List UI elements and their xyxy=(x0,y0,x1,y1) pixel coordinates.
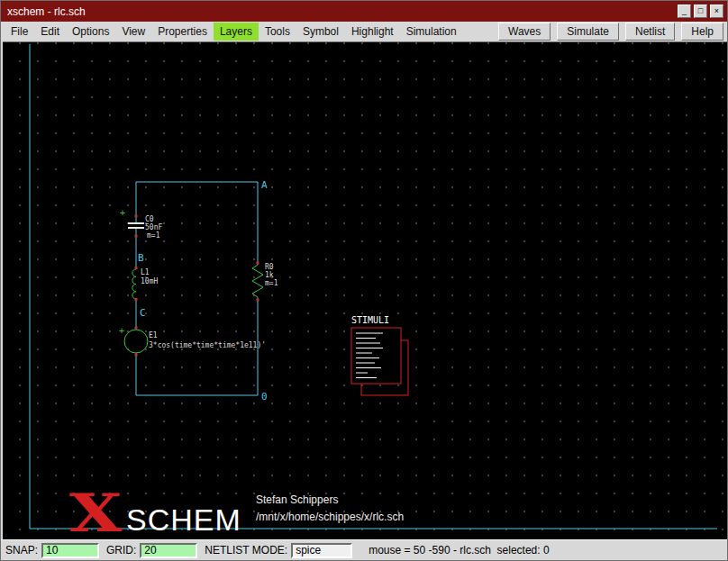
xschem-window: xschem - rlc.sch _ □ × File Edit Options… xyxy=(0,0,728,561)
node-label-c[interactable]: C xyxy=(140,307,146,319)
stimuli-component[interactable]: STIMULI xyxy=(351,315,408,395)
node-label-gnd[interactable]: 0 xyxy=(261,391,268,403)
mouse-info: mouse = 50 -590 - rlc.sch selected: 0 xyxy=(369,544,549,556)
menu-item-layers[interactable]: Layers xyxy=(214,23,259,41)
node-label-b[interactable]: B xyxy=(138,252,144,264)
menu-item-highlight[interactable]: Highlight xyxy=(345,23,400,41)
menu-item-properties[interactable]: Properties xyxy=(151,23,214,41)
pin-marker xyxy=(135,215,138,218)
menu-item-tools[interactable]: Tools xyxy=(259,23,296,41)
netlist-mode-input[interactable] xyxy=(291,543,352,558)
pin-marker xyxy=(257,262,259,265)
help-button[interactable]: Help xyxy=(681,23,723,41)
circuit-wires[interactable] xyxy=(136,182,258,395)
vsource-circle xyxy=(124,330,148,353)
toolbar-buttons: Waves Simulate Netlist Help xyxy=(498,22,723,41)
menu-item-file[interactable]: File xyxy=(5,23,34,41)
vsource-polarity: + xyxy=(119,326,124,336)
close-icon: × xyxy=(714,7,719,15)
statusbar: SNAP: GRID: NETLIST MODE: mouse = 50 -59… xyxy=(1,539,727,560)
capacitor-c0[interactable]: + C0 50nF m=1 xyxy=(120,208,162,240)
maximize-button[interactable]: □ xyxy=(694,5,707,18)
author-text: Stefan Schippers xyxy=(256,493,338,506)
resistor-value: 1k xyxy=(265,271,274,279)
resistor-mult: m=1 xyxy=(265,279,278,287)
inductor-l1[interactable]: L1 10mH xyxy=(132,267,159,301)
inductor-ref: L1 xyxy=(141,268,150,276)
capacitor-polarity: + xyxy=(120,208,125,218)
schematic-drawing: A B C 0 + C0 50nF m=1 L1 10mH xyxy=(3,42,727,541)
resistor-zigzag xyxy=(252,263,263,299)
capacitor-value: 50nF xyxy=(145,223,162,231)
snap-input[interactable] xyxy=(41,543,99,558)
simulate-button[interactable]: Simulate xyxy=(557,23,619,41)
menu-item-symbol[interactable]: Symbol xyxy=(296,23,345,41)
logo-text: SCHEM xyxy=(126,502,241,537)
titlebar[interactable]: xschem - rlc.sch _ □ × xyxy=(1,1,727,22)
inductor-value: 10mH xyxy=(141,277,158,285)
pin-marker xyxy=(135,235,138,238)
minimize-button[interactable]: _ xyxy=(678,5,691,18)
schematic-canvas[interactable]: A B C 0 + C0 50nF m=1 L1 10mH xyxy=(3,41,727,541)
pin-marker xyxy=(135,298,138,301)
waves-button[interactable]: Waves xyxy=(498,23,551,41)
menu-item-options[interactable]: Options xyxy=(66,23,115,41)
file-path-text: /mnt/x/home/schippes/x/rlc.sch xyxy=(256,511,404,523)
menu-item-simulation[interactable]: Simulation xyxy=(400,23,463,41)
pin-marker xyxy=(135,354,138,357)
resistor-r0[interactable]: R0 1k m=1 xyxy=(252,262,278,302)
grid-label: GRID: xyxy=(106,544,136,556)
grid-input[interactable] xyxy=(140,543,197,558)
pin-marker xyxy=(135,327,138,330)
pin-marker xyxy=(135,267,138,269)
snap-label: SNAP: xyxy=(5,544,38,556)
stimuli-sheet xyxy=(351,328,401,384)
close-button[interactable]: × xyxy=(710,5,723,18)
menubar: File Edit Options View Properties Layers… xyxy=(1,22,727,41)
menu-item-view[interactable]: View xyxy=(115,23,151,41)
vsource-value: 3*cos(time*time*time*1e11)' xyxy=(149,341,266,349)
netlist-button[interactable]: Netlist xyxy=(625,23,675,41)
node-label-a[interactable]: A xyxy=(261,179,268,191)
vsource-e1[interactable]: + E1 3*cos(time*time*time*1e11)' xyxy=(119,326,266,357)
menu-items: File Edit Options View Properties Layers… xyxy=(5,22,463,41)
xschem-logo: X SCHEM xyxy=(69,483,241,541)
pin-marker xyxy=(257,299,259,302)
inductor-coil xyxy=(132,269,136,299)
stimuli-label: STIMULI xyxy=(351,315,389,325)
menu-item-edit[interactable]: Edit xyxy=(34,23,66,41)
vsource-ref: E1 xyxy=(149,331,158,339)
logo-x: X xyxy=(69,483,123,541)
minimize-icon: _ xyxy=(682,7,687,15)
capacitor-mult: m=1 xyxy=(147,231,160,240)
resistor-ref: R0 xyxy=(265,263,274,271)
maximize-icon: □ xyxy=(698,7,703,15)
capacitor-ref: C0 xyxy=(145,215,154,223)
window-title: xschem - rlc.sch xyxy=(7,5,675,18)
netlist-mode-label: NETLIST MODE: xyxy=(205,544,287,556)
